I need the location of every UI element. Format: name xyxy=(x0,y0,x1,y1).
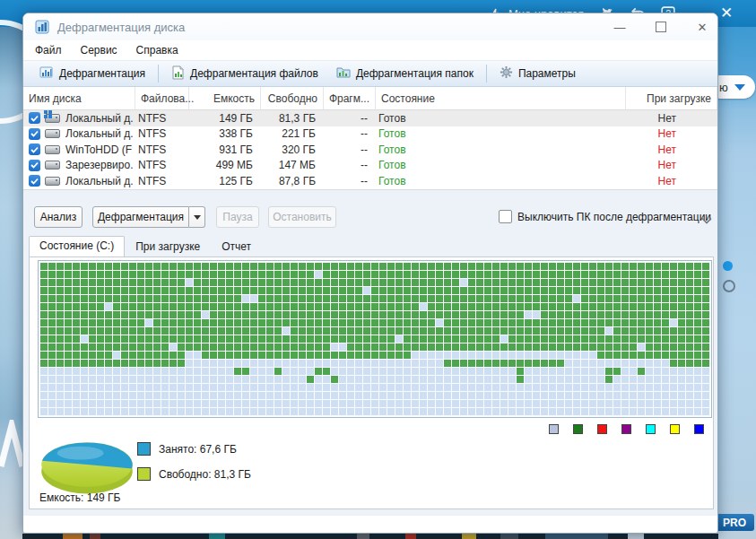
toolbar-button-2[interactable]: Дефрагментация папок xyxy=(327,62,482,85)
screen: Мне нравится ? — ✕ ю PRO xyxy=(0,0,756,539)
menu-item-0[interactable]: Файл xyxy=(35,44,62,57)
used-color-swatch xyxy=(137,442,151,456)
disk-boot: Нет xyxy=(626,127,717,140)
disk-status: Готов xyxy=(373,112,626,125)
close-button[interactable]: ✕ xyxy=(687,13,717,40)
table-row[interactable]: Локальный д...NTFS149 ГБ81,3 ГБ--ГотовНе… xyxy=(23,110,717,126)
disk-fs: NTFS xyxy=(133,112,187,125)
legend-color-1 xyxy=(573,424,583,434)
column-header-0[interactable]: Имя диска xyxy=(23,87,135,109)
disk-frag: -- xyxy=(321,127,373,140)
column-header-3[interactable]: Свободно xyxy=(261,87,324,109)
block-legend xyxy=(549,424,704,434)
disk-status: Готов xyxy=(373,143,626,156)
block-map xyxy=(38,260,712,418)
disk-frag: -- xyxy=(321,175,373,187)
disk-frag: -- xyxy=(321,143,373,156)
defrag-window: Дефрагментация диска — ✕ ФайлСервисСправ… xyxy=(22,13,718,534)
disk-icon xyxy=(45,177,60,186)
disk-checkbox[interactable] xyxy=(29,143,40,155)
disk-free: 81,3 ГБ xyxy=(258,112,321,125)
dropdown-text: ю xyxy=(719,81,728,94)
lower-section: Анализ Дефрагментация Пауза Остановить В… xyxy=(23,189,717,516)
disk-checkbox[interactable] xyxy=(29,175,40,187)
legend-color-3 xyxy=(621,424,631,434)
folder-chart-icon xyxy=(336,65,351,82)
disk-fs: NTFS xyxy=(133,127,187,140)
background-logo-letter xyxy=(0,420,22,475)
radio-dot-filled[interactable] xyxy=(723,261,733,271)
radio-dot-empty[interactable] xyxy=(723,280,735,292)
titlebar[interactable]: Дефрагментация диска — ✕ xyxy=(23,13,717,40)
toolbar-button-3[interactable]: Параметры xyxy=(491,62,585,85)
shutdown-checkbox[interactable] xyxy=(499,210,512,223)
defrag-dropdown-arrow[interactable] xyxy=(189,206,205,228)
disk-icon xyxy=(45,114,60,123)
disk-name: Локальный д... xyxy=(60,112,133,125)
system-disk-badge xyxy=(44,110,52,118)
table-row[interactable]: Зарезервиро...NTFS499 МБ147 МБ--ГотовНет xyxy=(23,158,717,174)
disk-fs: NTFS xyxy=(133,159,187,171)
disk-name: Зарезервиро... xyxy=(60,159,133,171)
disk-capacity: 338 ГБ xyxy=(187,127,258,140)
menu-item-2[interactable]: Справка xyxy=(136,44,178,57)
column-header-6[interactable]: При загрузке xyxy=(626,87,717,109)
column-header-1[interactable]: Файлова... xyxy=(135,87,189,109)
toolbar-button-1[interactable]: Дефрагментация файлов xyxy=(162,62,327,86)
column-header-2[interactable]: Емкость xyxy=(189,87,261,109)
analyze-button[interactable]: Анализ xyxy=(34,206,83,228)
disk-name: Локальный д... xyxy=(60,175,133,187)
window-title: Дефрагментация диска xyxy=(57,21,185,34)
disk-free: 147 МБ xyxy=(258,159,321,171)
file-chart-icon xyxy=(171,65,185,83)
stop-button: Остановить xyxy=(268,206,336,228)
disk-capacity: 149 ГБ xyxy=(187,112,258,125)
legend-color-4 xyxy=(646,424,656,434)
disk-boot: Нет xyxy=(626,143,717,156)
disk-fs: NTFS xyxy=(133,143,187,156)
disk-checkbox[interactable] xyxy=(29,112,40,124)
maximize-button[interactable] xyxy=(646,13,676,40)
table-row[interactable]: Локальный д...NTFS338 ГБ221 ГБ--ГотовНет xyxy=(23,126,717,143)
expand-chevron-icon[interactable] xyxy=(701,212,712,228)
toolbar: ДефрагментацияДефрагментация файловДефра… xyxy=(23,60,717,87)
disk-status: Готов xyxy=(373,159,626,171)
tab-0[interactable]: Состояние (C:) xyxy=(29,236,125,257)
disk-capacity: 499 МБ xyxy=(187,159,258,171)
disk-frag: -- xyxy=(321,112,373,125)
disk-name: Локальный д... xyxy=(60,127,133,140)
capacity-label: Емкость: 149 ГБ xyxy=(39,491,120,504)
tab-bar: Состояние (C:)При загрузкеОтчет xyxy=(29,236,262,256)
table-row[interactable]: WinToHDD (F:)NTFS931 ГБ320 ГБ--ГотовНет xyxy=(23,142,717,158)
disk-boot: Нет xyxy=(626,112,717,125)
table-row[interactable]: Локальный д...NTFS125 ГБ87,8 ГБ--ГотовНе… xyxy=(23,173,717,189)
disk-free: 87,8 ГБ xyxy=(258,175,321,187)
disk-icon xyxy=(45,161,60,170)
disk-checkbox[interactable] xyxy=(29,160,40,171)
defrag-button[interactable]: Дефрагментация xyxy=(92,206,189,228)
disk-fs: NTFS xyxy=(133,175,187,187)
column-header-5[interactable]: Состояние xyxy=(376,87,626,109)
table-header: Имя дискаФайлова...ЕмкостьСвободноФрагм.… xyxy=(23,87,717,110)
toolbar-button-0[interactable]: Дефрагментация xyxy=(30,62,154,85)
disk-status: Готов xyxy=(373,175,626,187)
disk-table: Локальный д...NTFS149 ГБ81,3 ГБ--ГотовНе… xyxy=(23,110,717,189)
app-icon xyxy=(35,20,49,38)
tab-2[interactable]: Отчет xyxy=(211,237,262,256)
pause-button: Пауза xyxy=(216,206,259,228)
disk-status: Готов xyxy=(373,127,626,140)
tab-1[interactable]: При загрузке xyxy=(125,237,211,256)
menubar: ФайлСервисСправка xyxy=(23,40,717,60)
status-tab-panel: Занято: 67,6 ГБ Свободно: 81,3 ГБ Емкост… xyxy=(29,256,714,509)
disk-capacity: 931 ГБ xyxy=(187,143,258,156)
pie-legend: Занято: 67,6 ГБ Свободно: 81,3 ГБ xyxy=(137,442,251,481)
menu-item-1[interactable]: Сервис xyxy=(81,44,117,57)
column-header-4[interactable]: Фрагм... xyxy=(324,87,376,109)
legend-color-6 xyxy=(694,424,704,434)
minimize-button[interactable]: — xyxy=(604,13,635,40)
background-close-icon[interactable]: ✕ xyxy=(720,7,733,20)
chevron-down-icon xyxy=(734,84,745,91)
legend-color-2 xyxy=(597,424,607,434)
disk-checkbox[interactable] xyxy=(29,128,40,140)
pro-badge: PRO xyxy=(715,514,754,531)
